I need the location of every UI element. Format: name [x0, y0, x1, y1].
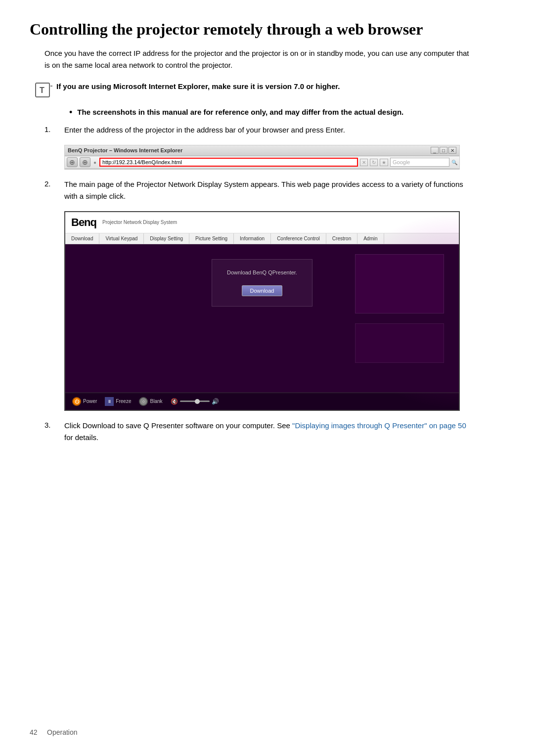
benq-logo: Benq [71, 216, 96, 229]
section-label: Operation [47, 728, 77, 736]
step-1-text: Enter the address of the projector in th… [64, 124, 345, 136]
step-3-link[interactable]: "Displaying images through Q Presenter" … [292, 421, 466, 430]
download-label: Download BenQ QPresenter. [227, 269, 297, 275]
browser-address-text: http://192.23.14/BenQ/index.html [102, 159, 182, 165]
webpage-nav-crestron[interactable]: Crestron [326, 233, 357, 244]
browser-controls: _ □ ✕ [431, 147, 456, 154]
step-2-text: The main page of the Projector Network D… [64, 178, 470, 202]
browser-search-bar[interactable]: Google [390, 158, 449, 167]
webpage-nav-display-setting[interactable]: Display Setting [144, 233, 189, 244]
volume-control[interactable]: 🔇 🔊 [171, 398, 219, 405]
webpage-footer: ⏻ Power ⏸ Freeze ○ Blank 🔇 🔊 [65, 393, 459, 410]
download-box: Download BenQ QPresenter. Download [212, 259, 312, 307]
decorative-panel-1 [355, 254, 444, 313]
download-button[interactable]: Download [242, 285, 283, 296]
page-num: 42 [30, 728, 38, 736]
webpage-subtitle: Projector Network Display System [102, 220, 177, 225]
browser-address-bar[interactable]: http://192.23.14/BenQ/index.html [99, 158, 358, 167]
webpage-nav-download[interactable]: Download [65, 233, 99, 244]
step-2: 2. The main page of the Projector Networ… [44, 178, 504, 202]
webpage-screenshot: Benq Projector Network Display System Do… [64, 211, 460, 411]
step-3-num: 3. [44, 421, 64, 429]
slider-track[interactable] [180, 400, 210, 402]
blank-label: Blank [150, 399, 162, 404]
browser-close-btn[interactable]: ✕ [448, 147, 456, 154]
browser-search-placeholder: Google [393, 159, 410, 165]
svg-text:T: T [40, 86, 44, 94]
webpage-nav-conference-control[interactable]: Conference Control [271, 233, 326, 244]
browser-minimize-btn[interactable]: _ [431, 147, 439, 154]
note-text: If you are using Microsoft Internet Expl… [56, 81, 340, 92]
freeze-label: Freeze [116, 399, 131, 404]
freeze-icon: ⏸ [105, 397, 114, 406]
power-icon: ⏻ [72, 397, 81, 406]
webpage-nav-admin[interactable]: Admin [357, 233, 384, 244]
webpage-nav-picture-setting[interactable]: Picture Setting [189, 233, 234, 244]
step-3-text: Click Download to save Q Presenter softw… [64, 420, 470, 444]
browser-titlebar: BenQ Projector – Windows Internet Explor… [65, 145, 459, 156]
webpage-header: Benq Projector Network Display System [65, 212, 459, 233]
browser-title-text: BenQ Projector – Windows Internet Explor… [68, 147, 182, 153]
footer-power-btn[interactable]: ⏻ Power [72, 397, 97, 406]
step-3: 3. Click Download to save Q Presenter so… [44, 420, 504, 444]
step-3-text-after: for details. [64, 433, 98, 442]
browser-forward-icon[interactable]: ⊕ [80, 157, 90, 167]
note-item: T If you are using Microsoft Internet Ex… [35, 81, 504, 100]
volume-icon: 🔊 [212, 398, 219, 405]
webpage-nav: Download Virtual Keypad Display Setting … [65, 233, 459, 244]
browser-maximize-btn[interactable]: □ [440, 147, 447, 154]
webpage-nav-virtual-keypad[interactable]: Virtual Keypad [99, 233, 144, 244]
step-3-text-before: Click Download to save Q Presenter softw… [64, 421, 292, 430]
mute-icon: 🔇 [171, 398, 178, 405]
bullet-dot: • [69, 107, 72, 118]
step-2-num: 2. [44, 179, 64, 188]
step-1: 1. Enter the address of the projector in… [44, 124, 504, 136]
webpage-nav-information[interactable]: Information [234, 233, 271, 244]
intro-paragraph: Once you have the correct IP address for… [44, 47, 470, 71]
slider-thumb[interactable] [195, 399, 200, 404]
webpage-content: Download BenQ QPresenter. Download [65, 244, 459, 393]
footer-freeze-btn[interactable]: ⏸ Freeze [105, 397, 131, 406]
browser-toolbar: ⊕ ⊕ ● http://192.23.14/BenQ/index.html ✕… [65, 156, 459, 169]
step-1-num: 1. [44, 125, 64, 133]
power-label: Power [83, 399, 97, 404]
bullet-text-0: The screenshots in this manual are for r… [77, 107, 403, 118]
page-title: Controlling the projector remotely throu… [30, 20, 504, 39]
blank-icon: ○ [139, 397, 148, 406]
browser-back-icon[interactable]: ⊕ [67, 157, 78, 167]
footer-blank-btn[interactable]: ○ Blank [139, 397, 162, 406]
page-footer: 42 Operation [30, 728, 78, 736]
decorative-panel-2 [355, 323, 444, 363]
bullet-item-0: • The screenshots in this manual are for… [69, 107, 504, 118]
browser-screenshot: BenQ Projector – Windows Internet Explor… [64, 145, 460, 170]
note-icon: T [35, 82, 52, 100]
